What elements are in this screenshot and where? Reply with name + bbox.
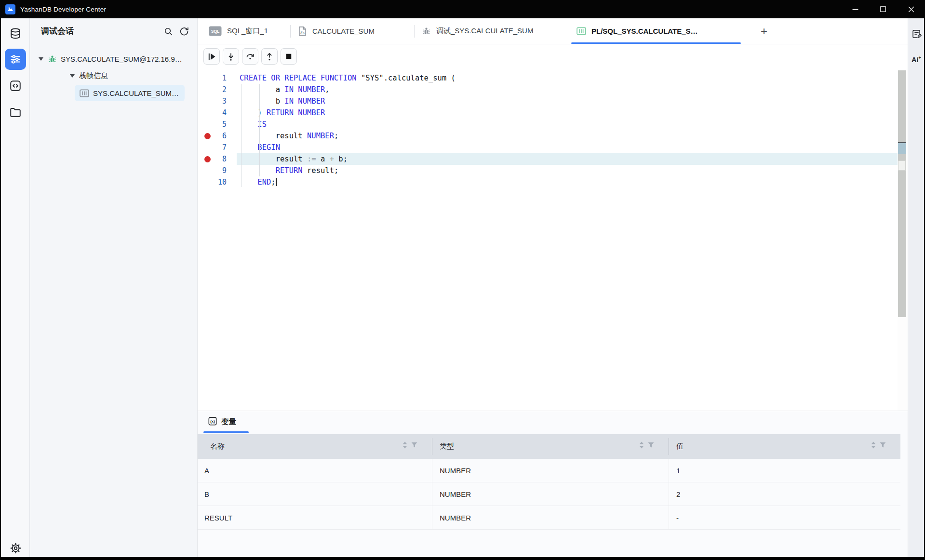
stop-button[interactable] (281, 48, 297, 65)
panel-header: 调试会话 (30, 18, 197, 43)
filter-icon[interactable] (411, 441, 418, 449)
scrollbar-currentline-marker (898, 143, 906, 154)
sort-icon[interactable] (871, 441, 876, 449)
column-header-2[interactable]: 类型 (440, 434, 647, 459)
resume-button[interactable] (203, 48, 220, 65)
caret-down-icon[interactable] (70, 74, 75, 78)
code-line-9[interactable]: 9 RETURN result; (198, 165, 898, 176)
code-text: CREATE OR REPLACE FUNCTION "SYS".calcula… (240, 72, 456, 84)
window-title: YashanDB Developer Center (20, 6, 106, 13)
rail-code-icon[interactable] (5, 75, 26, 96)
ai-plus-icon[interactable]: Ai+ (910, 53, 923, 66)
note-edit-icon[interactable] (910, 27, 923, 40)
tab-3[interactable]: 调试_SYS.CALCULATE_SUM (415, 18, 569, 44)
column-header-3[interactable]: 值 (676, 434, 879, 459)
refresh-icon[interactable] (179, 26, 189, 37)
code-line-8[interactable]: 8 result := a + b; (198, 153, 898, 165)
close-button[interactable] (897, 0, 925, 18)
panel-title: 调试会话 (41, 26, 74, 37)
code-text: RETURN result; (240, 165, 338, 176)
new-tab-button[interactable]: + (757, 24, 771, 39)
line-number[interactable]: 5 (198, 119, 227, 130)
rail-folder-icon[interactable] (5, 102, 26, 123)
filter-icon[interactable] (647, 441, 655, 449)
step-into-button[interactable] (223, 48, 239, 65)
code-line-6[interactable]: 6 result NUMBER; (198, 130, 898, 142)
tab-4[interactable]: PL/SQL_SYS.CALCULATE_S… (569, 18, 744, 44)
caret-down-icon[interactable] (39, 57, 43, 61)
debug-toolbar (198, 44, 908, 71)
sort-icon[interactable] (639, 441, 644, 449)
column-divider (432, 459, 432, 482)
tab-bar: SQLSQL_窗口_1FxCALCULATE_SUM调试_SYS.CALCULA… (198, 18, 908, 44)
tree-item-label: SYS.CALCULATE_SUM… (93, 89, 179, 97)
column-divider (432, 482, 432, 506)
column-divider[interactable] (669, 438, 669, 455)
cell-value: 1 (676, 459, 894, 482)
step-out-button[interactable] (261, 48, 278, 65)
plsql-block-icon (576, 27, 586, 35)
minimize-button[interactable] (841, 0, 869, 18)
line-number[interactable]: 6 (198, 130, 227, 142)
cell-name: RESULT (204, 506, 424, 529)
code-editor[interactable]: 1CREATE OR REPLACE FUNCTION "SYS".calcul… (198, 71, 898, 411)
column-header-label: 类型 (440, 442, 454, 451)
tab-1[interactable]: SQLSQL_窗口_1 (201, 18, 290, 44)
tab-2[interactable]: FxCALCULATE_SUM (291, 18, 414, 44)
variable-row-b[interactable]: BNUMBER2 (198, 482, 900, 506)
right-icon-rail: Ai+ (908, 18, 924, 557)
rail-database-icon[interactable] (5, 23, 26, 44)
sort-icon[interactable] (402, 441, 408, 449)
variable-row-a[interactable]: ANUMBER1 (198, 459, 900, 482)
line-number[interactable]: 1 (198, 72, 227, 84)
variable-row-result[interactable]: RESULTNUMBER- (198, 506, 900, 530)
code-line-4[interactable]: 4 ) RETURN NUMBER (198, 107, 898, 119)
code-text: a IN NUMBER, (240, 84, 330, 95)
code-line-3[interactable]: 3 b IN NUMBER (198, 95, 898, 107)
tree-item-3[interactable]: SYS.CALCULATE_SUM… (75, 85, 185, 101)
line-number[interactable]: 3 (198, 95, 227, 107)
column-divider[interactable] (432, 438, 432, 455)
search-icon[interactable] (163, 26, 174, 37)
cell-value: - (676, 506, 894, 529)
cell-value: 2 (676, 482, 894, 506)
maximize-button[interactable] (869, 0, 897, 18)
line-number[interactable]: 2 (198, 84, 227, 95)
code-text: result := a + b; (240, 153, 348, 165)
editor-scrollbar[interactable] (898, 71, 907, 411)
window-controls (841, 0, 925, 18)
line-number[interactable]: 10 (198, 176, 227, 188)
tree-item-label: 栈帧信息 (79, 71, 108, 80)
step-over-button[interactable] (242, 48, 258, 65)
variable-icon: (x) (208, 417, 217, 427)
tab-variables[interactable]: (x) 变量 (203, 411, 241, 433)
line-number[interactable]: 8 (198, 153, 227, 165)
active-tab-indicator (571, 42, 741, 44)
rail-debug-sessions-icon[interactable] (5, 49, 26, 70)
tree-item-1[interactable]: SYS.CALCULATE_SUM@172.16.9… (39, 52, 182, 66)
code-line-5[interactable]: 5 IS (198, 119, 898, 130)
variables-panel: (x) 变量 名称类型值ANUMBER1BNUMBER2RESULTNUMBER… (198, 411, 908, 557)
filter-icon[interactable] (879, 441, 886, 449)
line-number[interactable]: 9 (198, 165, 227, 176)
code-line-1[interactable]: 1CREATE OR REPLACE FUNCTION "SYS".calcul… (198, 72, 898, 84)
column-header-label: 值 (676, 442, 684, 451)
cell-name: B (204, 482, 424, 506)
tree-item-2[interactable]: 栈帧信息 (70, 68, 108, 83)
bug-icon (422, 27, 431, 36)
column-header-1[interactable]: 名称 (210, 434, 416, 459)
cell-type: NUMBER (440, 482, 662, 506)
cell-name: A (204, 459, 424, 482)
line-number[interactable]: 7 (198, 142, 227, 153)
rail-settings-gear-icon[interactable] (5, 537, 26, 557)
line-number[interactable]: 4 (198, 107, 227, 119)
code-line-7[interactable]: 7 BEGIN (198, 142, 898, 153)
code-line-10[interactable]: 10 END; (198, 176, 898, 188)
tab-divider (744, 25, 744, 38)
svg-text:Fx: Fx (300, 30, 305, 35)
code-text: b IN NUMBER (240, 95, 325, 107)
scrollbar-slot-marker (898, 160, 906, 171)
debug-session-panel: 调试会话 SYS.CALCULATE_SUM@172.16.9…栈帧信息SYS.… (30, 18, 198, 557)
scrollbar-thumb[interactable] (898, 70, 906, 317)
code-line-2[interactable]: 2 a IN NUMBER, (198, 84, 898, 95)
